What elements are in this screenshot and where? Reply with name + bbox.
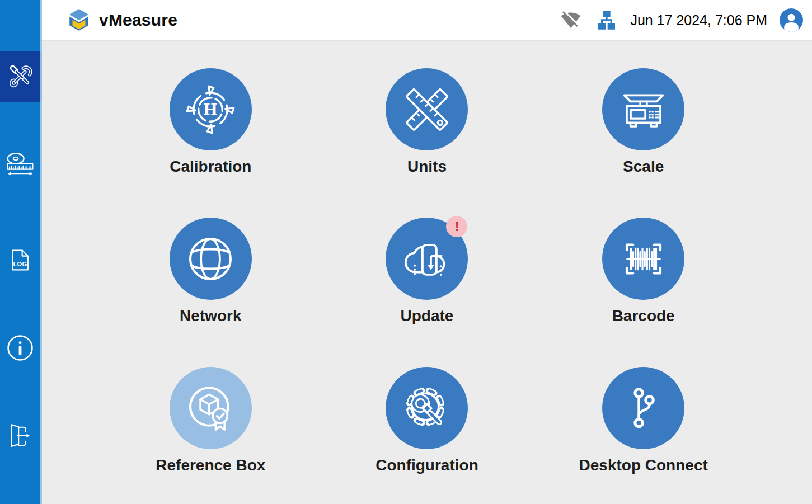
tile-update: ! Update bbox=[319, 218, 536, 367]
header: vMeasure Jun 17 2024, 7:06 PM bbox=[42, 0, 812, 41]
log-file-icon: LOG bbox=[6, 246, 35, 275]
calibration-target-icon: H bbox=[184, 83, 237, 136]
tools-icon bbox=[7, 62, 36, 91]
logout-icon bbox=[6, 422, 35, 451]
certified-box-icon bbox=[184, 381, 237, 435]
network-button[interactable] bbox=[170, 218, 252, 300]
tile-label: Barcode bbox=[612, 307, 675, 325]
units-button[interactable] bbox=[386, 68, 468, 150]
update-button[interactable]: ! bbox=[386, 218, 468, 300]
sidebar-item-logout[interactable] bbox=[0, 417, 40, 455]
reference-box-button[interactable] bbox=[170, 367, 252, 449]
measuring-tape-icon bbox=[4, 150, 36, 182]
sidebar-item-settings[interactable] bbox=[0, 51, 42, 102]
sidebar-item-info[interactable] bbox=[0, 329, 40, 367]
tile-configuration: Configuration bbox=[319, 367, 536, 504]
update-alert-badge: ! bbox=[446, 216, 467, 237]
gear-wrench-icon bbox=[401, 382, 453, 435]
wifi-off-icon[interactable] bbox=[561, 10, 581, 30]
lan-network-icon[interactable] bbox=[595, 9, 618, 31]
settings-dashboard: H Calibration U bbox=[42, 40, 812, 504]
tile-label: Reference Box bbox=[156, 456, 265, 474]
cloud-update-icon bbox=[401, 233, 453, 285]
calibration-button[interactable]: H bbox=[170, 68, 252, 150]
tile-scale: Scale bbox=[535, 68, 752, 218]
sidebar-item-measure[interactable] bbox=[0, 149, 40, 183]
scale-button[interactable] bbox=[602, 68, 684, 150]
tile-label: Scale bbox=[623, 158, 664, 176]
desktop-connect-button[interactable] bbox=[602, 367, 684, 449]
barcode-button[interactable] bbox=[602, 218, 684, 300]
app-logo-icon bbox=[66, 7, 92, 33]
crossed-rulers-icon bbox=[401, 83, 453, 136]
barcode-scan-icon bbox=[617, 232, 670, 286]
info-icon bbox=[4, 332, 36, 364]
tile-network: Network bbox=[102, 218, 319, 367]
sidebar-item-log[interactable]: LOG bbox=[0, 239, 40, 281]
datetime-text: Jun 17 2024, 7:06 PM bbox=[630, 12, 767, 29]
tile-label: Desktop Connect bbox=[579, 456, 708, 474]
tile-grid: H Calibration U bbox=[102, 40, 752, 504]
weighing-scale-icon bbox=[617, 83, 670, 136]
tile-reference-box: Reference Box bbox=[102, 367, 319, 504]
user-avatar[interactable] bbox=[780, 8, 803, 32]
tile-label: Configuration bbox=[376, 456, 478, 474]
configuration-button[interactable] bbox=[386, 367, 468, 449]
tile-label: Update bbox=[401, 307, 454, 325]
tile-label: Calibration bbox=[170, 158, 251, 176]
log-text: LOG bbox=[13, 261, 27, 267]
tile-calibration: H Calibration bbox=[102, 68, 319, 218]
tile-label: Units bbox=[407, 158, 447, 176]
sidebar: LOG bbox=[0, 0, 42, 504]
tile-units: Units bbox=[319, 68, 536, 218]
app-title: vMeasure bbox=[99, 11, 177, 30]
git-branch-icon bbox=[618, 383, 669, 434]
globe-icon bbox=[184, 233, 237, 285]
tile-barcode: Barcode bbox=[535, 218, 752, 367]
tile-label: Network bbox=[180, 307, 241, 325]
tile-desktop-connect: Desktop Connect bbox=[535, 367, 752, 504]
calibration-letter: H bbox=[203, 100, 218, 119]
